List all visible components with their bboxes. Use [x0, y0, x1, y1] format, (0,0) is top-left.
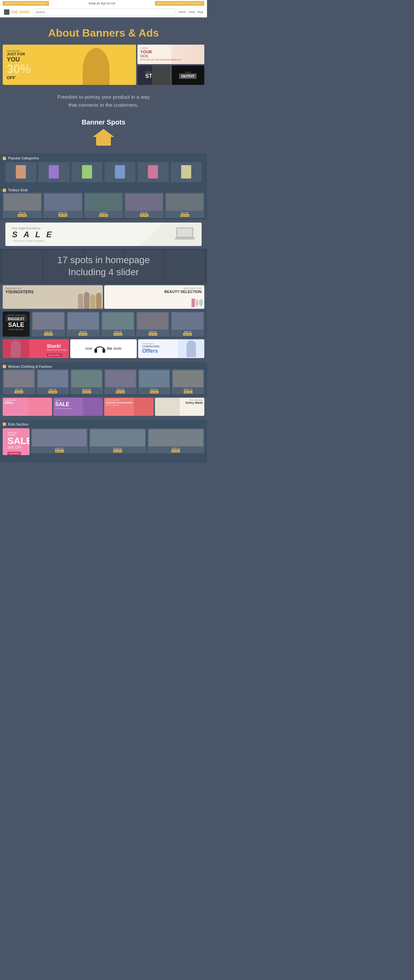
biggest-sale-card[interactable]: LIMITED TIME ONLY BIGGEST SALE UPTO 70% …: [3, 312, 30, 337]
women-buy-btn-3[interactable]: Buy Now: [82, 391, 91, 393]
section-icon: [3, 157, 6, 160]
stuck-banner[interactable]: Stuck! there's lot of choice Browse More: [3, 339, 69, 358]
buy-now-btn-5[interactable]: Buy Now: [181, 214, 189, 217]
deal-product-5[interactable]: $92.45 Buy Now: [165, 192, 204, 218]
your-style-banner[interactable]: YOUR STYLE: [137, 65, 170, 85]
buy-now-btn-4[interactable]: Buy Now: [140, 214, 149, 217]
buy-sale-btn-5[interactable]: Buy Now: [183, 333, 192, 336]
cat-item-5[interactable]: [137, 162, 168, 182]
todays-deal-section: Todays Deal $76.40 Buy Now $251.90 Buy N…: [0, 186, 207, 220]
headphones-banner[interactable]: hear the deals: [70, 339, 136, 358]
kid-3: [90, 295, 96, 309]
pink-sale-small-banner[interactable]: SPECIAL OFFER SALE 50% OFF Read More: [3, 428, 30, 455]
sale-product-img-3: [102, 312, 134, 329]
women-buy-btn-5[interactable]: Buy Now: [150, 391, 158, 393]
buy-now-btn-1[interactable]: Buy Now: [18, 214, 27, 217]
spots-text: 17 spots in homepage Including 4 slider: [5, 254, 201, 278]
women-product-1[interactable]: $77.20 Buy Now: [3, 369, 35, 395]
youngsters-banner[interactable]: FASHION FOR YOUNGSTERS: [3, 285, 103, 309]
kids-products: $197.00 Buy Now $180.00 Buy Now $165.00 …: [31, 428, 204, 455]
description-section: Freedom to portray your product in a way…: [0, 86, 207, 116]
offers-banner[interactable]: Limited Time Unbelievable Offers: [138, 339, 204, 358]
beauty-banner[interactable]: DISCOVER OUR BEAUTY SELECTION: [104, 285, 204, 309]
offers-model: [178, 339, 204, 358]
read-more-button[interactable]: Read More: [7, 452, 21, 455]
kids-section-header: Kids Section: [3, 422, 204, 427]
women-product-img-5: [139, 370, 170, 387]
buy-now-btn-2[interactable]: Buy Now: [59, 214, 67, 217]
cat-item-3[interactable]: [72, 162, 102, 182]
style-banners-row: YOUR STYLE YOUR OUTFIT: [137, 65, 204, 85]
women-product-5[interactable]: $70.25 Buy Now: [138, 369, 171, 395]
sale-product-5[interactable]: $36.00 Buy Now: [171, 312, 204, 337]
women-product-3[interactable]: $244.80 Buy Now: [70, 369, 103, 395]
main-banner-text: New Arrivals JUST FOR YOU 30% OFF: [3, 46, 35, 84]
page-title: About Banners & Ads: [7, 27, 200, 39]
small-banner-new-collection[interactable]: New Collection Every Week: [155, 398, 204, 416]
model-silhouette-stuck: [11, 340, 21, 357]
kids-product-1[interactable]: $197.00 Buy Now: [31, 428, 88, 453]
nav-home[interactable]: Home: [179, 10, 186, 13]
women-section-icon: [3, 365, 6, 368]
buy-sale-btn-2[interactable]: Buy Now: [78, 333, 87, 336]
nav-links: Home Shop Blog: [179, 10, 203, 13]
sale-product-1[interactable]: $41.99 Buy Now: [32, 312, 65, 337]
kids-product-3[interactable]: $165.00 Buy Now: [147, 428, 204, 453]
buy-sale-btn-1[interactable]: Buy Now: [44, 333, 53, 336]
kid-2: [84, 292, 90, 309]
cat-img-6: [181, 165, 191, 178]
kids-product-2[interactable]: $180.00 Buy Now: [89, 428, 146, 453]
kids-buy-btn-2[interactable]: Buy Now: [113, 450, 122, 452]
popular-categories-header: Popular Categories: [3, 156, 204, 161]
deal-product-4[interactable]: $19.90 Buy Now: [124, 192, 164, 218]
women-product-2[interactable]: $47.20 Buy Now: [37, 369, 69, 395]
buy-sale-btn-3[interactable]: Buy Now: [113, 333, 122, 336]
nav-shop[interactable]: Shop: [189, 10, 195, 13]
sale-product-img-4: [137, 312, 169, 329]
deal-product-3[interactable]: $287.5 Buy Now: [84, 192, 123, 218]
section-icon-deal: [3, 189, 6, 192]
cat-item-1[interactable]: [5, 162, 36, 182]
bottom-spacer: [0, 457, 207, 463]
kids-product-img-2: [90, 429, 145, 446]
buy-sale-btn-4[interactable]: Buy Now: [149, 333, 157, 336]
site-logo[interactable]: THE SHOP: [4, 10, 30, 15]
small-banner-accessories[interactable]: SHOP ONLINE Fashion Accessories 50% Disc…: [104, 398, 153, 416]
women-buy-btn-1[interactable]: Buy Now: [14, 391, 23, 393]
your-outfit-banner[interactable]: YOUR OUTFIT: [172, 65, 204, 85]
cat-item-4[interactable]: [104, 162, 136, 182]
kids-section-title: Kids Section: [8, 423, 29, 426]
cat-item-2[interactable]: [38, 162, 69, 182]
center-promo: Keep an Eye on US: [89, 2, 115, 5]
kid-4: [96, 293, 101, 309]
women-products: $77.20 Buy Now $47.20 Buy Now $244.80 Bu…: [3, 369, 204, 395]
cat-img-3: [82, 165, 92, 178]
small-banner-offers[interactable]: Unbelievable Offers: [3, 398, 52, 416]
sale-product-4[interactable]: $25.00 Buy Now: [136, 312, 170, 337]
women-buy-btn-4[interactable]: Buy Now: [116, 391, 125, 393]
kids-buy-btn-1[interactable]: Buy Now: [55, 450, 64, 452]
cat-item-6[interactable]: [171, 162, 201, 182]
search-input[interactable]: [33, 9, 176, 16]
stuck-browse-btn[interactable]: Browse More: [47, 353, 62, 357]
sale-banner[interactable]: Buy original products S A L E * Warranty…: [5, 223, 201, 246]
main-fashion-banner[interactable]: New Arrivals JUST FOR YOU 30% OFF: [3, 45, 136, 85]
small-banner-sale[interactable]: Super SALE Click to know more: [53, 398, 103, 416]
women-buy-btn-2[interactable]: Buy Now: [48, 391, 57, 393]
women-section-title: Women Clothing & Fashion: [8, 365, 52, 369]
women-buy-btn-6[interactable]: Buy Now: [184, 391, 193, 393]
skincare-banner[interactable]: CARE YOUR SKIN UPTO 20% OFF ON SKINCARE …: [137, 45, 204, 64]
deal-product-1[interactable]: $76.40 Buy Now: [3, 192, 42, 218]
spots-line2: Including 4 slider: [5, 266, 201, 278]
women-product-4[interactable]: $69.43 Buy Now: [104, 369, 137, 395]
nav-blog[interactable]: Blog: [198, 10, 203, 13]
women-product-6[interactable]: $104.74 Buy Now: [172, 369, 204, 395]
cat-img-4: [115, 165, 125, 178]
buy-now-btn-3[interactable]: Buy Now: [99, 214, 108, 217]
deal-product-img-5: [166, 194, 203, 211]
banner-model-image: [56, 45, 136, 85]
sale-product-3[interactable]: $26.00 Buy Now: [101, 312, 135, 337]
kids-buy-btn-3[interactable]: Buy Now: [171, 450, 180, 452]
deal-product-2[interactable]: $251.90 Buy Now: [43, 192, 83, 218]
sale-product-2[interactable]: $29.95 Buy Now: [67, 312, 100, 337]
